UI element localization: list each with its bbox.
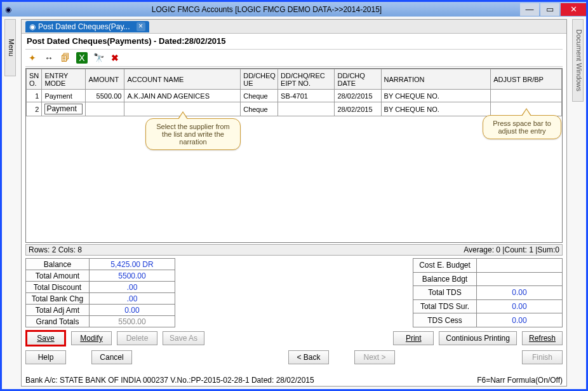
doc-tab-close-icon[interactable]: ×	[137, 22, 145, 31]
app-window: ◉ LOGIC FMCG Accounts [LOGIC FMCG DEMO D…	[0, 0, 588, 391]
print-button[interactable]: Print	[393, 331, 434, 345]
col-receipt[interactable]: DD/CHQ/REC EIPT NO.	[278, 69, 335, 90]
table-row[interactable]: 2 Payment Cheque 28/02/2015 BY CHEQUE NO…	[27, 102, 562, 116]
refresh-button[interactable]: Refresh	[522, 331, 563, 345]
finish-button: Finish	[522, 350, 563, 364]
work-area: Menu Document Windows ◉ Post Dated Chequ…	[2, 17, 586, 389]
saveas-button: Save As	[163, 331, 204, 345]
modify-button[interactable]: Modify	[71, 331, 112, 345]
footer-right: F6=Narr Formula(On/Off)	[477, 376, 563, 385]
summary-left: Balance5,425.00 DR Total Amount5500.00 T…	[25, 258, 175, 327]
summary-right: Cost E. Budget Balance Bdgt Total TDS0.0…	[413, 258, 563, 327]
footer-left: Bank A/c: STATE BANK OF INDIA 000237 V.N…	[25, 376, 477, 385]
col-adjust[interactable]: ADJUST BR/BP	[491, 69, 562, 90]
grid-status-bar: Rows: 2 Cols: 8 Average: 0 |Count: 1 |Su…	[25, 244, 563, 256]
new-icon[interactable]: ✦	[27, 52, 38, 64]
col-account[interactable]: ACCOUNT NAME	[124, 69, 241, 90]
col-sno[interactable]: SN O.	[27, 69, 42, 90]
excel-icon[interactable]: X	[76, 52, 88, 64]
continuous-printing-button[interactable]: Continious Printing	[439, 331, 517, 345]
document-tab[interactable]: ◉ Post Dated Cheques(Pay... ×	[25, 21, 149, 32]
expand-icon[interactable]: ↔	[43, 52, 55, 64]
delete-button: Delete	[117, 331, 157, 345]
doc-tab-label: Post Dated Cheques(Pay...	[38, 22, 130, 31]
status-footer: Bank A/c: STATE BANK OF INDIA 000237 V.N…	[25, 376, 563, 385]
app-icon: ◉	[2, 5, 15, 14]
aggregate-status: Average: 0 |Count: 1 |Sum:0	[464, 245, 559, 254]
copy-icon[interactable]: 🗐	[60, 52, 71, 64]
page-title: Post Dated Cheques(Payments) - Dated:28/…	[22, 34, 566, 48]
minimize-button[interactable]: —	[520, 3, 539, 16]
back-button[interactable]: < Back	[288, 350, 329, 364]
entry-mode-input[interactable]: Payment	[44, 104, 83, 114]
table-row[interactable]: 1 Payment 5500.00 A.K.JAIN AND AGENICES …	[27, 90, 562, 102]
close-button[interactable]: ✕	[561, 3, 586, 16]
col-narration[interactable]: NARRATION	[381, 69, 491, 90]
document-tab-strip: ◉ Post Dated Cheques(Pay... ×	[22, 20, 566, 34]
find-icon[interactable]: 🔭	[93, 52, 104, 64]
delete-icon[interactable]: ✖	[109, 52, 121, 64]
next-button: Next >	[354, 350, 395, 364]
document-windows-side-tab[interactable]: Document Windows	[572, 19, 584, 102]
document-panel: ◉ Post Dated Cheques(Pay... × Post Dated…	[21, 19, 567, 387]
cancel-button[interactable]: Cancel	[91, 350, 132, 364]
toolbar: ✦ ↔ 🗐 X 🔭 ✖	[22, 50, 566, 65]
maximize-button[interactable]: ▭	[540, 3, 559, 16]
col-date[interactable]: DD/CHQ DATE	[335, 69, 381, 90]
callout-supplier: Select the supplier from the list and wr…	[145, 118, 241, 150]
rows-cols-status: Rows: 2 Cols: 8	[29, 245, 464, 254]
window-title: LOGIC FMCG Accounts [LOGIC FMCG DEMO DAT…	[15, 5, 519, 14]
title-bar: ◉ LOGIC FMCG Accounts [LOGIC FMCG DEMO D…	[2, 2, 586, 17]
save-button[interactable]: Save	[25, 330, 66, 346]
col-mode[interactable]: ENTRY MODE	[42, 69, 86, 90]
menu-side-tab[interactable]: Menu	[4, 19, 16, 76]
callout-spacebar: Press space bar to adjust the entry	[483, 115, 561, 139]
doc-tab-icon: ◉	[29, 22, 36, 31]
data-grid[interactable]: SN O. ENTRY MODE AMOUNT ACCOUNT NAME DD/…	[25, 68, 563, 243]
col-amount[interactable]: AMOUNT	[86, 69, 124, 90]
col-ddcheque[interactable]: DD/CHEQ UE	[241, 69, 278, 90]
help-button[interactable]: Help	[25, 350, 66, 364]
